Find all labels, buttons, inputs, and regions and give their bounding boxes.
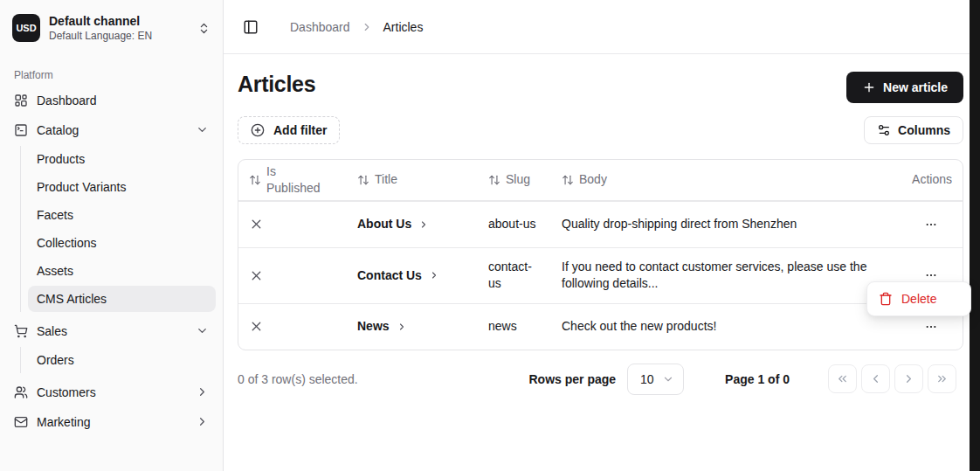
published-status-cell — [238, 206, 347, 242]
rows-per-page-select[interactable]: 10 — [627, 364, 684, 395]
breadcrumb-current: Articles — [383, 20, 424, 34]
published-status-cell — [238, 308, 347, 344]
sidebar-item-orders[interactable]: Orders — [28, 347, 216, 373]
plus-icon — [862, 80, 876, 94]
sidebar-item-marketing[interactable]: Marketing — [7, 408, 216, 436]
catalog-subnav: Products Product Variants Facets Collect… — [20, 146, 216, 312]
table-footer: 0 of 3 row(s) selected. Rows per page 10… — [238, 364, 963, 395]
header-label: Title — [375, 171, 397, 188]
header-label: Body — [579, 171, 607, 188]
new-article-button[interactable]: New article — [846, 72, 963, 103]
sales-subnav: Orders — [20, 347, 216, 373]
sidebar-item-facets[interactable]: Facets — [28, 202, 216, 228]
x-icon — [249, 217, 264, 232]
main-area: Dashboard Articles Articles New article — [224, 0, 970, 471]
header-label: Actions — [912, 171, 952, 188]
title-cell: About Us — [347, 205, 478, 244]
sidebar-item-catalog[interactable]: Catalog — [7, 116, 216, 144]
article-title: Contact Us — [357, 267, 422, 285]
chevrons-up-down-icon — [197, 22, 210, 35]
sidebar-item-products[interactable]: Products — [28, 146, 216, 172]
breadcrumb: Dashboard Articles — [290, 20, 423, 34]
sidebar-nav: Dashboard Catalog Products Product Varia… — [7, 87, 216, 436]
add-filter-button[interactable]: Add filter — [238, 116, 340, 144]
header-actions: Actions — [879, 168, 963, 191]
rows-per-page: Rows per page 10 — [528, 364, 684, 395]
page-title: Articles — [238, 72, 315, 97]
previous-page-button[interactable] — [861, 364, 890, 393]
sidebar-item-label: Products — [37, 152, 85, 166]
chevron-right-icon — [429, 270, 439, 281]
sidebar-item-label: Product Variants — [37, 180, 126, 194]
next-page-button[interactable] — [894, 364, 923, 393]
last-page-button[interactable] — [928, 364, 956, 393]
chevron-down-icon — [196, 123, 209, 136]
chevron-right-icon — [196, 385, 209, 398]
channel-switcher[interactable]: USD Default channel Default Language: EN — [7, 10, 216, 46]
ellipsis-icon — [924, 268, 938, 282]
sidebar-item-label: Customers — [37, 385, 96, 399]
delete-menu-label: Delete — [901, 292, 936, 306]
page-content: Articles New article Add filter — [224, 54, 970, 395]
sidebar-item-label: Assets — [37, 264, 73, 278]
chevron-down-icon — [662, 373, 674, 385]
rows-per-page-value: 10 — [640, 372, 654, 386]
x-icon — [249, 268, 264, 283]
sidebar-item-customers[interactable]: Customers — [7, 378, 216, 406]
chevron-right-icon — [397, 322, 407, 332]
shopping-cart-icon — [14, 324, 28, 338]
delete-menu-item[interactable]: Delete — [872, 287, 966, 311]
users-icon — [14, 385, 28, 399]
table-header-row: Is Published Title Slug — [238, 160, 963, 201]
channel-avatar: USD — [12, 14, 40, 42]
topbar: Dashboard Articles — [224, 0, 970, 54]
add-filter-label: Add filter — [273, 123, 327, 137]
selection-info: 0 of 3 row(s) selected. — [238, 372, 528, 386]
article-title: News — [357, 318, 390, 336]
header-label: Slug — [506, 171, 530, 188]
published-status-cell — [238, 258, 347, 294]
sidebar-item-collections[interactable]: Collections — [28, 230, 216, 256]
sidebar-item-label: Dashboard — [37, 94, 97, 107]
mail-icon — [14, 415, 28, 429]
chevron-right-icon — [418, 219, 429, 230]
sidebar-item-dashboard[interactable]: Dashboard — [7, 87, 216, 114]
sort-icon[interactable] — [357, 174, 369, 186]
chevrons-left-icon — [836, 372, 849, 385]
columns-button[interactable]: Columns — [864, 116, 963, 144]
sidebar-group-label: Platform — [14, 69, 216, 81]
sidebar-item-label: Marketing — [37, 415, 90, 429]
chevrons-right-icon — [935, 372, 949, 385]
articles-table: Is Published Title Slug — [238, 159, 963, 350]
sort-icon[interactable] — [488, 174, 500, 186]
chevron-right-icon — [902, 372, 915, 385]
first-page-button[interactable] — [828, 364, 857, 393]
sidebar-item-cms-articles[interactable]: CMS Articles — [28, 286, 216, 312]
sidebar-item-label: CMS Articles — [37, 292, 107, 306]
page-info: Page 1 of 0 — [725, 372, 790, 386]
sidebar-item-sales[interactable]: Sales — [7, 317, 216, 345]
columns-label: Columns — [898, 123, 950, 137]
row-actions-button[interactable] — [919, 315, 943, 339]
slug-cell: news — [478, 308, 551, 346]
ellipsis-icon — [924, 218, 938, 232]
trash-icon — [879, 292, 893, 306]
slug-cell: about-us — [478, 205, 551, 244]
article-title-link[interactable]: Contact Us — [357, 267, 439, 285]
sidebar-item-product-variants[interactable]: Product Variants — [28, 174, 216, 200]
sidebar-item-assets[interactable]: Assets — [28, 258, 216, 284]
header-is-published: Is Published — [238, 160, 347, 200]
header-title: Title — [347, 168, 478, 191]
article-title-link[interactable]: About Us — [357, 216, 429, 233]
table-row: Contact Us contact-us If you need to con… — [238, 247, 963, 303]
body-cell: If you need to contact customer services… — [551, 248, 879, 303]
actions-cell — [879, 202, 963, 247]
header-label: Is Published — [266, 163, 328, 197]
sort-icon[interactable] — [249, 174, 261, 186]
sidebar-item-label: Orders — [37, 353, 74, 367]
breadcrumb-dashboard-link[interactable]: Dashboard — [290, 20, 350, 34]
sidebar-toggle-button[interactable] — [238, 14, 264, 40]
article-title-link[interactable]: News — [357, 318, 407, 336]
row-actions-button[interactable] — [919, 212, 943, 237]
sort-icon[interactable] — [562, 174, 574, 186]
